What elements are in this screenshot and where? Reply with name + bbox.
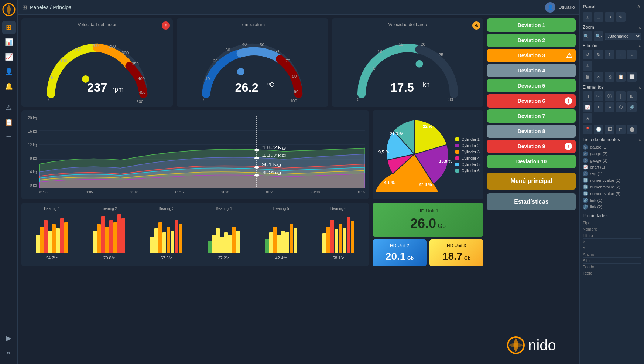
panel-collapse-icon[interactable]: ∧ (637, 3, 641, 10)
list-item-10[interactable]: 🔗link (2) (583, 204, 641, 210)
y-label-5: 16 kg (25, 129, 37, 133)
sidebar-users-icon[interactable]: 👤 (2, 65, 16, 78)
svg-text:20: 20 (421, 42, 425, 47)
svg-text:200: 200 (92, 43, 99, 48)
deviation-btn-3[interactable]: Deviation 3⚠ (487, 49, 576, 62)
svg-text:60: 60 (274, 49, 279, 53)
table-btn[interactable]: ⊞ (627, 91, 637, 101)
sidebar-double-expand-icon[interactable]: ≫ (2, 346, 16, 360)
svg-text:9.1kg: 9.1kg (262, 162, 282, 167)
sidebar-menu-icon[interactable]: ☰ (2, 130, 16, 144)
list-item-6[interactable]: 🔢numericvalue (1) (583, 177, 641, 184)
pie-btn[interactable]: ⬤ (627, 125, 637, 134)
svg-text:30: 30 (448, 97, 453, 102)
sidebar-panels-icon[interactable]: ⊞ (2, 21, 16, 34)
info-btn[interactable]: ⓘ (605, 91, 614, 101)
sun-btn[interactable]: ☀ (594, 102, 603, 112)
list-item-5[interactable]: ⬡svg (1) (583, 170, 641, 177)
estadisticas-button[interactable]: Estadísticas (487, 193, 576, 210)
gauge-temp-svg: 0 10 20 30 40 50 60 70 80 90 100 (180, 29, 324, 103)
list-item-8[interactable]: 🔢numericvalue (3) (583, 190, 641, 197)
svg-text:10: 10 (378, 50, 383, 54)
deviation-btn-2[interactable]: Deviation 2 (487, 34, 576, 47)
sidebar-list-icon[interactable]: 📋 (2, 116, 16, 129)
bearings-card: Bearing 154.7°cBearing 270.8°cBearing 35… (21, 203, 369, 266)
cut-btn[interactable]: ✂ (594, 72, 603, 82)
svg-text:237: 237 (87, 81, 107, 94)
list-btn[interactable]: ≡ (605, 102, 614, 112)
text-btn[interactable]: Tr (583, 91, 592, 101)
clock-btn[interactable]: 🕐 (594, 125, 603, 134)
pipe-btn[interactable]: | (616, 91, 626, 101)
zoom-in-btn[interactable]: 🔍+ (583, 31, 592, 41)
hd-unit-1: HD Unit 1 26.0 Gb (373, 203, 483, 237)
sidebar-expand-icon[interactable]: ▶ (2, 331, 16, 345)
link2-btn[interactable]: 🔗 (627, 102, 637, 112)
move-up-btn[interactable]: ↑ (616, 50, 626, 59)
y-label-4: 12 kg (25, 143, 37, 147)
deviation-btn-5[interactable]: Deviation 5 (487, 79, 576, 92)
star-btn[interactable]: ★ (583, 113, 592, 123)
move-down-btn[interactable]: ↓ (627, 50, 637, 59)
num-btn[interactable]: 123 (594, 91, 603, 101)
panel-btn-edit[interactable]: ✎ (616, 12, 626, 22)
deviation-btn-9[interactable]: Deviation 9! (487, 140, 576, 153)
copy-btn[interactable]: ⎘ (605, 72, 614, 82)
zoom-select[interactable]: Automático 50% 75% 100% 150% (605, 33, 641, 40)
zoom-collapse-icon[interactable]: ∧ (638, 25, 641, 30)
chart-btn[interactable]: 📈 (583, 102, 592, 112)
svg-text:20: 20 (213, 59, 218, 63)
delete-btn[interactable]: 🗑 (583, 72, 592, 82)
list-item-4[interactable]: 📈chart (1) (583, 164, 641, 170)
list-item-7[interactable]: 🔢numericvalue (2) (583, 184, 641, 190)
rect-btn[interactable]: ◻ (616, 125, 626, 134)
redo-btn[interactable]: ↻ (594, 50, 603, 59)
legend-cyl3: Cylinder 3 (455, 150, 480, 154)
panel-btn-table[interactable]: ⊟ (594, 12, 603, 22)
hd-unit-3: HD Unit 3 18.7 Gb (429, 239, 483, 266)
gauge-boat-alert: ⚠ (472, 21, 480, 30)
deviation-btn-4[interactable]: Deviation 4 (487, 64, 576, 77)
deviation-btn-7[interactable]: Deviation 7 (487, 109, 576, 123)
svg-text:17.5: 17.5 (390, 81, 414, 94)
panel-icon-row-1: ⊞ ⊟ ∪ ✎ (583, 12, 641, 22)
area-chart-card: 20 kg 16 kg 12 kg 8 kg 4 kg 0 kg (21, 110, 369, 199)
list-item-3[interactable]: ◎gauge (3) (583, 157, 641, 164)
svg-point-15 (237, 68, 244, 75)
panel-btn-grid[interactable]: ⊞ (583, 12, 592, 22)
img-btn[interactable]: 🖼 (605, 125, 614, 134)
gauge-boat: Velocidad del barco ⚠ 0 5 10 (332, 18, 483, 107)
undo-btn[interactable]: ↺ (583, 50, 592, 59)
resize-btn[interactable]: ⬜ (627, 72, 637, 82)
svg-text:350: 350 (132, 62, 139, 66)
list-item-1[interactable]: ◎gauge (1) (583, 144, 641, 150)
svg-text:21,3 %: 21,3 % (390, 131, 403, 136)
grid-icon: ⊞ (22, 4, 27, 11)
legend-cyl6: Cylinder 6 (455, 169, 480, 173)
sidebar-bell-icon[interactable]: 🔔 (2, 80, 16, 93)
deviation-btn-10[interactable]: Deviation 10 (487, 155, 576, 168)
deviation-btn-8[interactable]: Deviation 8 (487, 125, 576, 138)
edition-row-1: ↺ ↻ ⇑ ↑ ↓ ⇓ (583, 50, 641, 71)
sidebar-alert-icon[interactable]: ⚠ (2, 101, 16, 114)
list-item-9[interactable]: 🔗link (1) (583, 197, 641, 204)
sidebar-chart-icon[interactable]: 📈 (2, 50, 16, 64)
bearing-5: Bearing 542.4°c (254, 207, 308, 260)
zoom-out-btn[interactable]: 🔍- (594, 31, 603, 41)
shape-btn[interactable]: ⬡ (616, 102, 626, 112)
right-panel: Panel ∧ ⊞ ⊟ ∪ ✎ Zoom ∧ 🔍+ 🔍- Automático … (579, 0, 644, 364)
deviation-btn-6[interactable]: Deviation 6! (487, 94, 576, 108)
gauge-motor-alert: ! (162, 21, 170, 30)
menu-principal-button[interactable]: Menú principal (487, 173, 576, 190)
map-btn[interactable]: 📍 (583, 125, 592, 134)
panel-btn-link[interactable]: ∪ (605, 12, 614, 22)
deviation-btn-1[interactable]: Deviation 1 (487, 18, 576, 32)
sidebar-analytics-icon[interactable]: 📊 (2, 35, 16, 49)
paste-btn[interactable]: 📋 (616, 72, 626, 82)
move-top-btn[interactable]: ⇑ (605, 50, 614, 59)
list-items: ◎gauge (1)◎gauge (2)◎gauge (3)📈chart (1)… (583, 144, 641, 210)
svg-text:27,3 %: 27,3 % (419, 182, 432, 187)
move-bottom-btn[interactable]: ⇓ (583, 61, 592, 71)
list-item-2[interactable]: ◎gauge (2) (583, 150, 641, 157)
hd-unit-2-unit: Gb (407, 255, 414, 261)
